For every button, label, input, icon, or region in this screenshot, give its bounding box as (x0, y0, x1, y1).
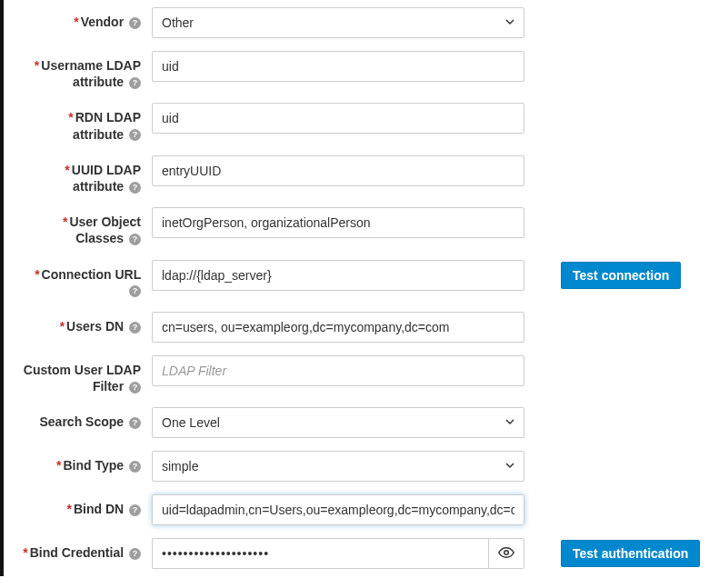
label-text-search-scope: Search Scope (40, 414, 125, 429)
row-bind-credential: *Bind Credential ? Test authentication (4, 538, 709, 569)
help-icon[interactable]: ? (129, 285, 141, 297)
connection-url-input[interactable] (152, 260, 524, 291)
label-text-connection-url: Connection URL (42, 267, 141, 282)
help-icon[interactable]: ? (129, 382, 141, 394)
help-icon[interactable]: ? (129, 504, 141, 516)
required-marker: * (66, 502, 71, 516)
bind-type-select[interactable]: simple (152, 451, 524, 482)
row-user-object-classes: *User Object Classes ? (4, 207, 709, 246)
rdn-attr-input[interactable] (152, 103, 524, 134)
label-search-scope: Search Scope ? (20, 407, 152, 430)
row-connection-url: *Connection URL ? Test connection (4, 260, 709, 299)
username-attr-input[interactable] (152, 51, 524, 82)
help-icon[interactable]: ? (129, 17, 141, 29)
row-bind-type: *Bind Type ? simple (4, 451, 709, 482)
eye-icon (498, 544, 514, 563)
ldap-settings-form: *Vendor ? Other *Username LDAP attribute… (0, 0, 709, 576)
label-text-bind-type: Bind Type (63, 458, 124, 473)
test-connection-button[interactable]: Test connection (561, 262, 681, 289)
users-dn-input[interactable] (152, 312, 524, 343)
vendor-select[interactable]: Other (152, 7, 524, 38)
bind-credential-input[interactable] (152, 538, 488, 569)
help-icon[interactable]: ? (129, 417, 141, 429)
label-text-bind-credential: Bind Credential (30, 545, 124, 560)
row-vendor: *Vendor ? Other (4, 7, 709, 38)
label-custom-filter: Custom User LDAP Filter ? (20, 355, 152, 394)
label-text-custom-filter: Custom User LDAP Filter (24, 363, 141, 394)
help-icon[interactable]: ? (129, 461, 141, 473)
required-marker: * (23, 545, 27, 560)
uuid-attr-input[interactable] (152, 155, 524, 186)
label-text-users-dn: Users DN (66, 319, 124, 334)
help-icon[interactable]: ? (129, 129, 141, 141)
label-username-attr: *Username LDAP attribute ? (20, 51, 152, 90)
help-icon[interactable]: ? (129, 548, 141, 560)
label-text-vendor: Vendor (81, 15, 124, 29)
required-marker: * (63, 214, 67, 229)
required-marker: * (74, 15, 78, 29)
help-icon[interactable]: ? (129, 77, 141, 89)
help-icon[interactable]: ? (129, 234, 141, 245)
row-username-attr: *Username LDAP attribute ? (4, 51, 709, 90)
toggle-password-visibility-button[interactable] (488, 538, 524, 569)
required-marker: * (35, 267, 39, 282)
label-text-username-attr: Username LDAP attribute (41, 58, 141, 89)
row-uuid-attr: *UUID LDAP attribute ? (4, 155, 709, 194)
row-bind-dn: *Bind DN ? (4, 494, 709, 525)
label-text-bind-dn: Bind DN (74, 502, 124, 516)
bind-dn-input[interactable] (152, 494, 524, 525)
required-marker: * (68, 110, 73, 125)
row-rdn-attr: *RDN LDAP attribute ? (4, 103, 709, 142)
label-bind-dn: *Bind DN ? (20, 494, 152, 517)
user-object-classes-input[interactable] (152, 207, 524, 238)
row-users-dn: *Users DN ? (4, 312, 709, 343)
search-scope-select[interactable]: One Level (152, 407, 524, 438)
label-user-object-classes: *User Object Classes ? (20, 207, 152, 246)
required-marker: * (56, 458, 61, 473)
required-marker: * (35, 58, 39, 73)
label-rdn-attr: *RDN LDAP attribute ? (20, 103, 152, 142)
label-uuid-attr: *UUID LDAP attribute ? (20, 155, 152, 194)
label-bind-credential: *Bind Credential ? (20, 538, 152, 561)
required-marker: * (60, 319, 65, 334)
required-marker: * (65, 163, 69, 177)
row-custom-filter: Custom User LDAP Filter ? (4, 355, 709, 394)
svg-point-0 (504, 551, 509, 555)
test-authentication-button[interactable]: Test authentication (561, 540, 700, 567)
label-bind-type: *Bind Type ? (20, 451, 152, 473)
label-vendor: *Vendor ? (20, 7, 152, 30)
help-icon[interactable]: ? (129, 182, 141, 194)
help-icon[interactable]: ? (129, 322, 141, 334)
label-connection-url: *Connection URL ? (20, 260, 152, 299)
custom-filter-input[interactable] (152, 355, 524, 386)
label-users-dn: *Users DN ? (20, 312, 152, 334)
row-search-scope: Search Scope ? One Level (4, 407, 709, 438)
